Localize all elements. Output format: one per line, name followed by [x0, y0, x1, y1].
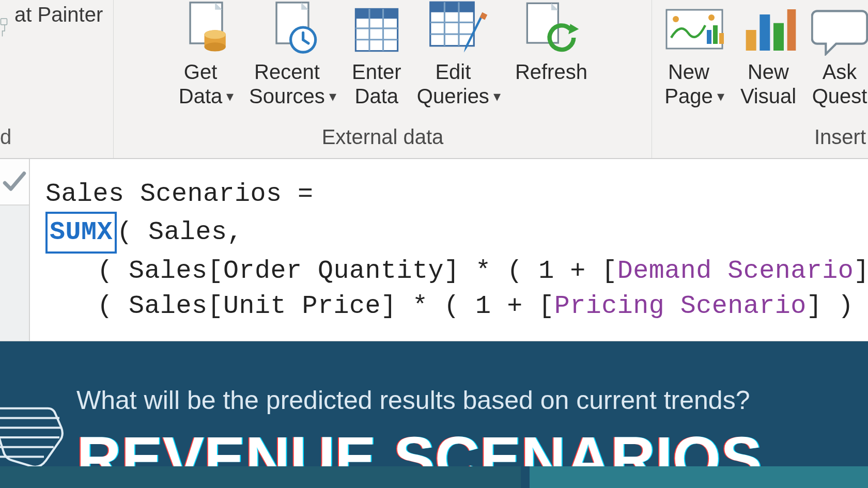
- ribbon-group-external-data: Get Data▾ Recent Sources▾: [114, 0, 652, 158]
- svg-rect-17: [430, 2, 474, 12]
- ask-question-label: Ask Quest: [812, 60, 867, 108]
- get-data-icon: [178, 0, 235, 56]
- formula-text: ] ) ) *: [854, 254, 868, 289]
- formula-text: ( Sales[Unit Price] * ( 1 + [: [97, 289, 554, 324]
- ask-question-button[interactable]: Ask Quest: [804, 0, 868, 114]
- formula-text: ] ) )): [807, 289, 868, 324]
- svg-rect-29: [713, 25, 718, 44]
- new-page-icon: [663, 0, 725, 56]
- formula-measure-name: Sales Scenarios =: [45, 177, 314, 212]
- formula-editor[interactable]: Sales Scenarios = SUMX ( Sales, ( Sales[…: [30, 159, 868, 341]
- format-painter-icon: [0, 3, 10, 60]
- refresh-button[interactable]: Refresh: [508, 0, 595, 114]
- svg-rect-34: [787, 9, 796, 51]
- recent-sources-icon: [264, 0, 321, 56]
- formula-confirm-column: [0, 159, 30, 341]
- new-page-button[interactable]: New Page▾: [656, 0, 733, 114]
- svg-point-26: [673, 16, 679, 22]
- caret-icon: ▾: [717, 88, 724, 105]
- clipboard-group-label: d: [0, 125, 113, 149]
- new-page-label: New Page▾: [664, 60, 724, 108]
- external-data-group-label: External data: [322, 125, 444, 149]
- formula-text: ( Sales,: [117, 215, 243, 250]
- checkmark-icon: [0, 167, 29, 196]
- formula-measure-ref: Pricing Scenario: [554, 289, 807, 324]
- enter-data-icon: [351, 0, 402, 56]
- formula-text: ( Sales[Order Quantity] * ( 1 + [: [97, 254, 617, 289]
- get-data-button[interactable]: Get Data▾: [171, 0, 242, 114]
- recent-sources-label: Recent Sources▾: [249, 60, 336, 108]
- edit-queries-button[interactable]: Edit Queries▾: [410, 0, 508, 114]
- format-painter-label[interactable]: at Painter: [14, 3, 103, 26]
- svg-marker-24: [568, 24, 579, 34]
- insert-group-label: Insert: [814, 125, 868, 149]
- svg-rect-31: [746, 30, 756, 51]
- new-visual-button[interactable]: New Visual: [733, 0, 804, 114]
- new-visual-icon: [740, 0, 797, 56]
- caret-icon: ▾: [493, 88, 501, 105]
- svg-rect-11: [355, 9, 397, 19]
- enter-data-label: Enter Data: [352, 60, 401, 108]
- bottom-panel-strip: [0, 466, 868, 488]
- caret-icon: ▾: [226, 88, 234, 105]
- refresh-label: Refresh: [515, 60, 587, 84]
- svg-rect-28: [707, 30, 711, 44]
- formula-measure-ref: Demand Scenario: [617, 254, 854, 289]
- new-visual-label: New Visual: [740, 60, 796, 108]
- get-data-label: Get Data▾: [179, 60, 234, 108]
- svg-point-27: [708, 14, 715, 21]
- enter-data-button[interactable]: Enter Data: [344, 0, 410, 114]
- svg-rect-0: [1, 19, 7, 25]
- ribbon-group-insert: New Page▾ New Visual: [652, 0, 868, 158]
- banner-subtitle: What will be the predicted results based…: [76, 385, 762, 415]
- svg-rect-30: [719, 33, 724, 44]
- formula-function-highlight: SUMX: [45, 212, 117, 254]
- commit-formula-button[interactable]: [0, 159, 29, 206]
- svg-point-6: [205, 30, 226, 39]
- edit-queries-label: Edit Queries▾: [417, 60, 501, 108]
- svg-rect-33: [773, 23, 784, 51]
- ask-question-icon: [811, 0, 868, 56]
- svg-point-5: [205, 42, 226, 51]
- ribbon-clipboard-group-fragment: at Painter d: [0, 0, 114, 158]
- svg-rect-32: [760, 14, 770, 51]
- formula-bar-area: Sales Scenarios = SUMX ( Sales, ( Sales[…: [0, 159, 868, 341]
- caret-icon: ▾: [329, 88, 336, 105]
- edit-queries-icon: [425, 0, 492, 56]
- ribbon: at Painter d Get Data▾: [0, 0, 868, 159]
- recent-sources-button[interactable]: Recent Sources▾: [242, 0, 344, 114]
- refresh-icon: [520, 0, 582, 56]
